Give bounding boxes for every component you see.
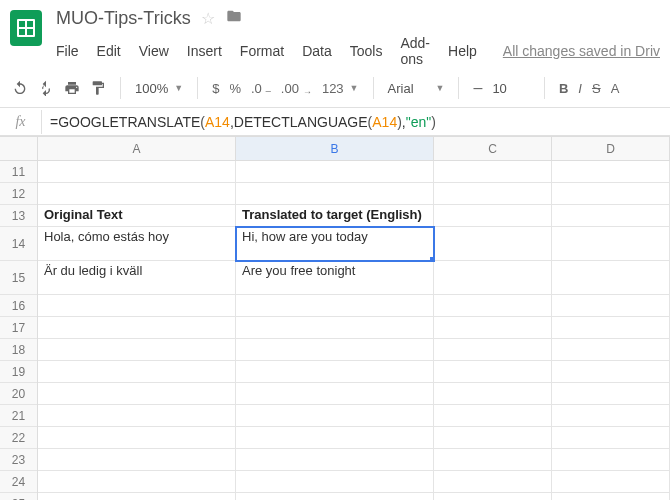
cell[interactable]: [236, 493, 434, 500]
cell[interactable]: [434, 471, 552, 493]
decrease-decimal-button[interactable]: .0_: [251, 81, 271, 96]
row-header[interactable]: 20: [0, 383, 37, 405]
cell[interactable]: [38, 383, 236, 405]
document-title[interactable]: MUO-Tips-Tricks: [56, 8, 191, 29]
cell[interactable]: [236, 471, 434, 493]
cell[interactable]: [434, 427, 552, 449]
increase-decimal-button[interactable]: .00→: [281, 81, 312, 96]
strike-button[interactable]: S: [592, 81, 601, 96]
cell[interactable]: [236, 161, 434, 183]
row-header[interactable]: 19: [0, 361, 37, 383]
menu-tools[interactable]: Tools: [350, 43, 383, 59]
row-header[interactable]: 24: [0, 471, 37, 493]
cell[interactable]: [552, 449, 670, 471]
print-button[interactable]: [64, 80, 80, 96]
number-format-dropdown[interactable]: 123▼: [322, 81, 359, 96]
cell[interactable]: [236, 361, 434, 383]
bold-button[interactable]: B: [559, 81, 568, 96]
cell[interactable]: [552, 493, 670, 500]
cell[interactable]: [434, 227, 552, 261]
cell[interactable]: [434, 295, 552, 317]
col-header-b[interactable]: B: [236, 137, 434, 160]
cell[interactable]: [236, 427, 434, 449]
cell-b13[interactable]: Translated to target (English): [236, 205, 434, 227]
font-dropdown[interactable]: Arial▼: [388, 81, 445, 96]
sheets-logo[interactable]: [10, 10, 42, 46]
cell[interactable]: [38, 471, 236, 493]
menu-insert[interactable]: Insert: [187, 43, 222, 59]
cell[interactable]: [38, 317, 236, 339]
cell[interactable]: [434, 205, 552, 227]
row-header[interactable]: 17: [0, 317, 37, 339]
paintformat-button[interactable]: [90, 80, 106, 96]
cell[interactable]: [552, 317, 670, 339]
cell[interactable]: [38, 161, 236, 183]
cell[interactable]: [552, 427, 670, 449]
cell[interactable]: [236, 449, 434, 471]
cell[interactable]: [38, 493, 236, 500]
cell[interactable]: [552, 183, 670, 205]
cell[interactable]: [434, 361, 552, 383]
row-header[interactable]: 22: [0, 427, 37, 449]
star-icon[interactable]: ☆: [201, 9, 215, 28]
font-size-decrease[interactable]: –: [473, 79, 482, 97]
menu-data[interactable]: Data: [302, 43, 332, 59]
cell[interactable]: [552, 227, 670, 261]
cell[interactable]: [552, 261, 670, 295]
cell[interactable]: [552, 295, 670, 317]
menu-format[interactable]: Format: [240, 43, 284, 59]
menu-help[interactable]: Help: [448, 43, 477, 59]
row-header[interactable]: 16: [0, 295, 37, 317]
row-header[interactable]: 11: [0, 161, 37, 183]
cell[interactable]: [236, 183, 434, 205]
cell[interactable]: [434, 383, 552, 405]
formula-input[interactable]: =GOOGLETRANSLATE(A14,DETECTLANGUAGE(A14)…: [42, 114, 444, 130]
cell[interactable]: [38, 405, 236, 427]
cell-b15[interactable]: Are you free tonight: [236, 261, 434, 295]
zoom-dropdown[interactable]: 100%▼: [135, 81, 183, 96]
font-size-input[interactable]: 10: [492, 81, 512, 96]
cell[interactable]: [38, 427, 236, 449]
menu-file[interactable]: File: [56, 43, 79, 59]
menu-edit[interactable]: Edit: [97, 43, 121, 59]
redo-button[interactable]: [38, 80, 54, 96]
text-color-button[interactable]: A: [611, 81, 620, 96]
row-header[interactable]: 25: [0, 493, 37, 500]
cell[interactable]: [236, 383, 434, 405]
cell[interactable]: [38, 183, 236, 205]
cell[interactable]: [552, 405, 670, 427]
row-header[interactable]: 13: [0, 205, 37, 227]
row-header[interactable]: 23: [0, 449, 37, 471]
currency-button[interactable]: $: [212, 81, 219, 96]
cell[interactable]: [38, 361, 236, 383]
cell[interactable]: [236, 295, 434, 317]
col-header-d[interactable]: D: [552, 137, 670, 160]
menu-addons[interactable]: Add-ons: [400, 35, 430, 67]
cell[interactable]: [434, 339, 552, 361]
row-header[interactable]: 18: [0, 339, 37, 361]
cell[interactable]: [236, 339, 434, 361]
cell[interactable]: [236, 317, 434, 339]
row-header[interactable]: 21: [0, 405, 37, 427]
cell[interactable]: [434, 449, 552, 471]
col-header-c[interactable]: C: [434, 137, 552, 160]
cell[interactable]: [552, 205, 670, 227]
cell[interactable]: [552, 471, 670, 493]
cell[interactable]: [434, 183, 552, 205]
cell[interactable]: [552, 339, 670, 361]
cell-a13[interactable]: Original Text: [38, 205, 236, 227]
cell[interactable]: [434, 317, 552, 339]
cell[interactable]: [552, 161, 670, 183]
cell[interactable]: [38, 295, 236, 317]
cell-b14-selected[interactable]: Hi, how are you today: [236, 227, 434, 261]
cell[interactable]: [434, 261, 552, 295]
cell[interactable]: [38, 339, 236, 361]
menu-view[interactable]: View: [139, 43, 169, 59]
percent-button[interactable]: %: [229, 81, 241, 96]
row-header[interactable]: 14: [0, 227, 37, 261]
cell-a14[interactable]: Hola, cómo estás hoy: [38, 227, 236, 261]
cell[interactable]: [434, 405, 552, 427]
folder-icon[interactable]: [225, 8, 243, 29]
cell[interactable]: [434, 161, 552, 183]
cell[interactable]: [236, 405, 434, 427]
